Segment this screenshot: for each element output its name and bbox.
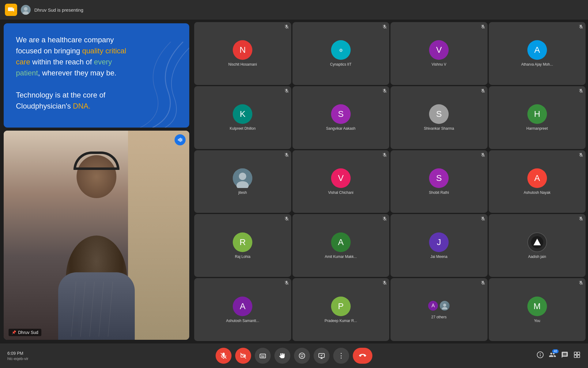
participant-name: Aadish jain	[526, 255, 548, 259]
svg-point-44	[299, 353, 305, 358]
svg-rect-5	[178, 139, 179, 141]
mute-icon	[579, 217, 583, 222]
mute-icon	[383, 217, 387, 222]
end-call-button[interactable]	[353, 348, 372, 364]
participant-avatar: V	[429, 40, 449, 60]
participant-avatar: P	[331, 297, 351, 316]
participant-name: Nischit Hosamani	[227, 62, 259, 67]
participants-badge: 48	[552, 349, 559, 353]
background-wall	[128, 131, 189, 340]
participant-name: Vishnu V	[430, 62, 448, 67]
mute-icon	[579, 89, 583, 94]
participant-avatar: S	[429, 104, 449, 124]
mic-button[interactable]	[216, 348, 232, 364]
participant-tile: MYou	[489, 278, 586, 341]
participant-name: Sangvikar Aakash	[324, 126, 357, 131]
others-summary: A 27 others	[428, 300, 450, 319]
current-time: 6:09 PM	[7, 351, 28, 356]
participant-name: Shivankar Sharma	[422, 126, 456, 131]
camera-button[interactable]	[235, 348, 251, 364]
activities-button[interactable]	[573, 351, 581, 360]
participant-tile: VVishal Chichani	[292, 150, 390, 213]
mute-icon	[285, 153, 289, 158]
participant-tile: jitesh	[194, 150, 291, 213]
mute-icon	[285, 89, 289, 94]
main-content: We are a healthcare company focused on b…	[0, 20, 588, 343]
top-bar: Dhruv Sud is presenting	[0, 0, 588, 20]
participant-tile: AAshutosh Nayak	[489, 150, 586, 213]
participant-tile: PPradeep Kumar R...	[292, 278, 390, 341]
present-button[interactable]	[314, 348, 330, 364]
svg-rect-40	[260, 354, 266, 358]
participant-tile: SShobit Rathi	[390, 150, 488, 213]
left-panel: We are a healthcare company focused on b…	[0, 20, 193, 343]
svg-point-21	[239, 173, 246, 180]
participant-name: Vishal Chichani	[326, 190, 356, 195]
participant-tile: A 27 others	[390, 278, 488, 341]
presenter-label: Dhruv Sud is presenting	[34, 7, 83, 13]
participant-tile: Aadish jain	[489, 214, 586, 277]
participant-name: Jai Meena	[429, 255, 449, 259]
bottom-toolbar: 6:09 PM htc-eqeb-vir	[0, 343, 588, 368]
svg-rect-55	[574, 355, 577, 358]
participant-tile: HHarmanpreet	[489, 86, 586, 149]
app-logo	[5, 4, 17, 16]
svg-rect-53	[574, 352, 577, 355]
participant-tile: NNischit Hosamani	[194, 22, 291, 85]
slide-text: We are a healthcare company focused on b…	[16, 34, 177, 112]
others-count-label: 27 others	[429, 315, 448, 319]
svg-point-35	[443, 304, 446, 307]
audio-active-indicator	[175, 134, 186, 145]
participant-avatar: H	[527, 104, 547, 124]
participant-name: Cynaptics IIT	[328, 62, 353, 67]
participant-name: Raj Lohia	[233, 255, 252, 259]
svg-point-45	[301, 355, 301, 355]
toolbar-right: 48	[537, 351, 581, 360]
video-name-tag: 📌 Dhruv Sud	[9, 329, 41, 336]
pin-icon: 📌	[12, 330, 16, 335]
mute-icon	[383, 153, 387, 158]
chat-button[interactable]	[561, 351, 568, 360]
presenter-name: Dhruv Sud	[18, 330, 38, 335]
toolbar-controls: ⋮	[216, 348, 372, 364]
participant-tile: SSangvikar Aakash	[292, 86, 390, 149]
more-options-button[interactable]: ⋮	[333, 348, 349, 364]
participant-avatar-photo	[233, 168, 252, 188]
info-button[interactable]	[537, 351, 544, 360]
participant-name: Kulpreet Dhillon	[228, 126, 258, 131]
participant-name: Amit Kumar Makk...	[323, 255, 359, 259]
participant-avatar: A	[527, 168, 547, 188]
mute-icon	[481, 25, 485, 30]
raise-hand-button[interactable]	[274, 348, 290, 364]
emoji-button[interactable]	[294, 348, 310, 364]
presenter-video: 📌 Dhruv Sud	[4, 131, 189, 340]
slide-line2: Technology is at the core of Cloudphysic…	[16, 91, 105, 110]
participant-avatar: ⚙	[331, 40, 351, 60]
captions-button[interactable]	[255, 348, 271, 364]
mute-icon	[579, 25, 583, 30]
svg-marker-1	[13, 8, 14, 12]
participant-avatar: R	[233, 232, 252, 252]
mute-icon	[481, 217, 485, 222]
video-feed	[4, 131, 189, 340]
mute-icon	[481, 281, 485, 286]
mute-icon	[383, 25, 387, 30]
more-icon: ⋮	[338, 352, 345, 359]
participant-avatar: M	[527, 297, 547, 316]
people-button[interactable]: 48	[549, 351, 556, 360]
svg-rect-56	[577, 355, 580, 358]
mute-icon	[579, 153, 583, 158]
svg-point-3	[24, 7, 28, 11]
participant-avatar: N	[233, 40, 252, 60]
mute-icon	[285, 25, 289, 30]
svg-rect-0	[8, 7, 13, 11]
participant-name: jitesh	[236, 190, 249, 195]
participant-tile: RRaj Lohia	[194, 214, 291, 277]
mute-icon	[383, 89, 387, 94]
others-avatar-1: A	[428, 300, 439, 311]
mute-icon	[481, 89, 485, 94]
participant-avatar: J	[429, 232, 449, 252]
participant-name: You	[532, 319, 542, 323]
mute-icon	[285, 281, 289, 286]
svg-point-36	[442, 307, 447, 309]
